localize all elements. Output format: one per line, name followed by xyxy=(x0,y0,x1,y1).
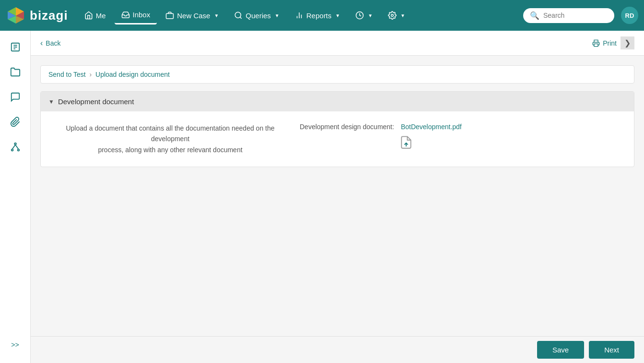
svg-line-23 xyxy=(15,145,18,149)
section-file-area: Development design document: BotDevelopm… xyxy=(300,123,462,152)
logo[interactable]: bizagi xyxy=(6,5,68,25)
svg-line-22 xyxy=(12,145,15,149)
save-button[interactable]: Save xyxy=(537,341,584,359)
new-case-caret: ▼ xyxy=(214,13,219,18)
attachments-icon xyxy=(10,117,21,127)
sidebar-item-task-list[interactable] xyxy=(5,36,26,58)
upload-area[interactable] xyxy=(399,135,413,152)
section-card: ▼ Development document Upload a document… xyxy=(40,91,634,167)
svg-point-8 xyxy=(235,12,241,18)
sidebar-bottom: >> xyxy=(7,337,23,357)
nav-settings[interactable]: ▼ xyxy=(381,7,412,24)
sidebar-item-folder[interactable] xyxy=(5,61,26,83)
svg-rect-7 xyxy=(166,13,174,19)
content-scroll: Send to Test › Upload design document ▼ … xyxy=(31,56,644,336)
back-arrow-icon: ‹ xyxy=(40,39,43,48)
sidebar-item-attachments[interactable] xyxy=(5,111,26,133)
breadcrumb-current: Upload design document xyxy=(95,71,170,78)
section-title: Development document xyxy=(58,97,134,106)
nav-inbox[interactable]: Inbox xyxy=(115,7,157,24)
bottom-bar: Save Next xyxy=(31,336,644,363)
print-button[interactable]: Print xyxy=(592,39,617,47)
nav-notifications[interactable]: ▼ xyxy=(349,7,379,24)
settings-icon xyxy=(388,11,397,20)
next-button[interactable]: Next xyxy=(589,341,634,359)
nav-reports[interactable]: Reports ▼ xyxy=(288,7,347,24)
logo-text: bizagi xyxy=(30,8,68,23)
sidebar-item-connections[interactable] xyxy=(5,136,26,157)
collapse-button[interactable]: ❯ xyxy=(621,36,634,49)
section-body: Upload a document that contains all the … xyxy=(41,111,634,167)
breadcrumb-separator: › xyxy=(89,71,92,78)
comments-icon xyxy=(10,92,21,102)
content-area: ‹ Back Print ❯ Send to Test › Upload des… xyxy=(31,31,644,363)
notifications-caret: ▼ xyxy=(368,13,373,18)
svg-point-14 xyxy=(391,14,394,17)
back-button[interactable]: ‹ Back xyxy=(40,39,60,48)
section-header[interactable]: ▼ Development document xyxy=(41,92,634,111)
content-header: ‹ Back Print ❯ xyxy=(31,31,644,56)
section-description: Upload a document that contains all the … xyxy=(50,123,290,155)
task-list-icon xyxy=(10,42,21,52)
nav-queries[interactable]: Queries ▼ xyxy=(227,7,286,24)
top-navigation: bizagi Me Inbox New Case ▼ Queries ▼ Rep… xyxy=(0,0,644,31)
breadcrumb: Send to Test › Upload design document xyxy=(40,65,634,84)
search-box[interactable]: 🔍 xyxy=(523,8,614,23)
file-download-link[interactable]: BotDevelopment.pdf xyxy=(401,123,462,131)
briefcase-icon xyxy=(165,11,174,20)
reports-caret: ▼ xyxy=(335,13,340,18)
settings-caret: ▼ xyxy=(400,13,405,18)
header-right: Print ❯ xyxy=(592,36,634,49)
notifications-icon xyxy=(355,11,364,20)
folder-icon xyxy=(10,67,21,77)
avatar[interactable]: RD xyxy=(621,7,638,24)
inbox-icon xyxy=(121,11,130,19)
svg-rect-24 xyxy=(594,44,598,46)
main-area: >> ‹ Back Print ❯ Send to Test › xyxy=(0,31,644,363)
svg-line-9 xyxy=(240,17,242,18)
section-chevron-icon: ▼ xyxy=(48,98,54,105)
sidebar-item-comments[interactable] xyxy=(5,86,26,108)
upload-file-icon xyxy=(399,135,413,152)
search-input[interactable] xyxy=(543,12,610,19)
search-icon: 🔍 xyxy=(530,11,539,20)
svg-point-20 xyxy=(11,149,13,151)
section-desc-line1: Upload a document that contains all the … xyxy=(66,124,274,143)
sidebar-expand[interactable]: >> xyxy=(7,337,23,352)
print-icon xyxy=(592,39,600,47)
svg-point-19 xyxy=(14,143,16,145)
queries-caret: ▼ xyxy=(275,13,280,18)
file-field-label: Development design document: xyxy=(300,123,394,131)
reports-icon xyxy=(295,11,304,20)
svg-point-21 xyxy=(17,149,19,151)
home-icon xyxy=(84,11,93,20)
nav-new-case[interactable]: New Case ▼ xyxy=(159,7,225,24)
connections-icon xyxy=(10,142,21,152)
breadcrumb-parent[interactable]: Send to Test xyxy=(48,71,86,78)
search-queries-icon xyxy=(234,11,243,20)
logo-icon xyxy=(6,5,26,25)
left-sidebar: >> xyxy=(0,31,31,363)
nav-me[interactable]: Me xyxy=(78,7,113,24)
section-desc-line2: process, along with any other relevant d… xyxy=(98,146,242,154)
